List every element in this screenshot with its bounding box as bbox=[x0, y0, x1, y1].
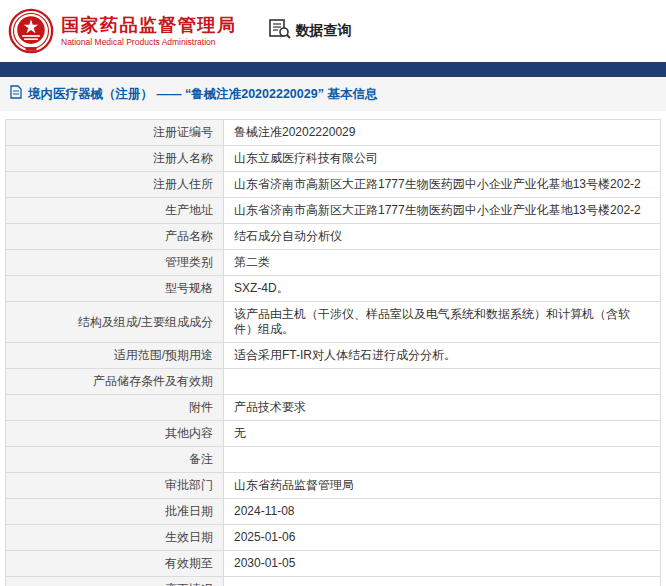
row-value: 山东省药品监督管理局 bbox=[224, 473, 661, 499]
table-row: 注册人住所山东省济南市高新区大正路1777生物医药园中小企业产业化基地13号楼2… bbox=[6, 172, 661, 198]
row-label: 型号规格 bbox=[6, 276, 224, 302]
row-value: SXZ-4D。 bbox=[224, 276, 661, 302]
row-value: 山东省济南市高新区大正路1777生物医药园中小企业产业化基地13号楼202-2 bbox=[224, 198, 661, 224]
row-label: 生产地址 bbox=[6, 198, 224, 224]
table-row: 产品名称结石成分自动分析仪 bbox=[6, 224, 661, 250]
breadcrumb-text: 境内医疗器械（注册） —— “鲁械注准20202220029” 基本信息 bbox=[28, 86, 377, 103]
row-label: 附件 bbox=[6, 395, 224, 421]
breadcrumb: 境内医疗器械（注册） —— “鲁械注准20202220029” 基本信息 bbox=[0, 77, 666, 111]
row-label: 其他内容 bbox=[6, 421, 224, 447]
row-value: 鲁械注准20202220029 bbox=[224, 120, 661, 146]
row-label: 适用范围/预期用途 bbox=[6, 343, 224, 369]
table-row: 其他内容无 bbox=[6, 421, 661, 447]
table-row: 产品储存条件及有效期 bbox=[6, 369, 661, 395]
row-value: 结石成分自动分析仪 bbox=[224, 224, 661, 250]
document-magnifier-icon bbox=[269, 19, 291, 43]
row-value: 第二类 bbox=[224, 250, 661, 276]
table-row: 生效日期2025-01-06 bbox=[6, 525, 661, 551]
brand: 国家药品监督管理局 National Medical Products Admi… bbox=[8, 8, 237, 54]
table-row: 型号规格SXZ-4D。 bbox=[6, 276, 661, 302]
table-row: 适用范围/预期用途适合采用FT-IR对人体结石进行成分分析。 bbox=[6, 343, 661, 369]
row-label: 有效期至 bbox=[6, 551, 224, 577]
row-value: 2024-11-08 bbox=[224, 499, 661, 525]
row-label: 变更情况 bbox=[6, 577, 224, 586]
document-icon bbox=[10, 85, 22, 103]
table-row: 审批部门山东省药品监督管理局 bbox=[6, 473, 661, 499]
row-value bbox=[224, 447, 661, 473]
info-table: 注册证编号鲁械注准20202220029注册人名称山东立威医疗科技有限公司注册人… bbox=[5, 119, 661, 586]
row-label: 结构及组成/主要组成成分 bbox=[6, 302, 224, 343]
row-value: 产品技术要求 bbox=[224, 395, 661, 421]
table-row: 注册证编号鲁械注准20202220029 bbox=[6, 120, 661, 146]
row-label: 产品名称 bbox=[6, 224, 224, 250]
row-label: 注册证编号 bbox=[6, 120, 224, 146]
row-label: 注册人住所 bbox=[6, 172, 224, 198]
row-value bbox=[224, 577, 661, 586]
row-label: 管理类别 bbox=[6, 250, 224, 276]
row-label: 注册人名称 bbox=[6, 146, 224, 172]
table-row: 附件产品技术要求 bbox=[6, 395, 661, 421]
table-row: 批准日期2024-11-08 bbox=[6, 499, 661, 525]
table-row: 注册人名称山东立威医疗科技有限公司 bbox=[6, 146, 661, 172]
table-row: 生产地址山东省济南市高新区大正路1777生物医药园中小企业产业化基地13号楼20… bbox=[6, 198, 661, 224]
row-label: 生效日期 bbox=[6, 525, 224, 551]
data-query-label: 数据查询 bbox=[296, 22, 352, 40]
row-value: 无 bbox=[224, 421, 661, 447]
data-query-button[interactable]: 数据查询 bbox=[269, 19, 352, 43]
row-label: 产品储存条件及有效期 bbox=[6, 369, 224, 395]
row-label: 审批部门 bbox=[6, 473, 224, 499]
row-label: 备注 bbox=[6, 447, 224, 473]
row-label: 批准日期 bbox=[6, 499, 224, 525]
table-row: 管理类别第二类 bbox=[6, 250, 661, 276]
row-value bbox=[224, 369, 661, 395]
site-title: 国家药品监督管理局 bbox=[61, 15, 237, 36]
national-emblem-logo bbox=[8, 8, 54, 54]
site-subtitle: National Medical Products Administration bbox=[61, 37, 237, 47]
info-table-body: 注册证编号鲁械注准20202220029注册人名称山东立威医疗科技有限公司注册人… bbox=[6, 120, 661, 586]
table-row: 备注 bbox=[6, 447, 661, 473]
row-value: 该产品由主机（干涉仪、样品室以及电气系统和数据系统）和计算机（含软件）组成。 bbox=[224, 302, 661, 343]
table-row: 有效期至2030-01-05 bbox=[6, 551, 661, 577]
row-value: 山东省济南市高新区大正路1777生物医药园中小企业产业化基地13号楼202-2 bbox=[224, 172, 661, 198]
row-value: 山东立威医疗科技有限公司 bbox=[224, 146, 661, 172]
row-value: 2030-01-05 bbox=[224, 551, 661, 577]
row-value: 适合采用FT-IR对人体结石进行成分分析。 bbox=[224, 343, 661, 369]
table-row: 变更情况 bbox=[6, 577, 661, 586]
navy-divider-bar bbox=[0, 62, 666, 77]
row-value: 2025-01-06 bbox=[224, 525, 661, 551]
site-header: 国家药品监督管理局 National Medical Products Admi… bbox=[0, 0, 666, 62]
table-row: 结构及组成/主要组成成分该产品由主机（干涉仪、样品室以及电气系统和数据系统）和计… bbox=[6, 302, 661, 343]
brand-text: 国家药品监督管理局 National Medical Products Admi… bbox=[61, 15, 237, 48]
